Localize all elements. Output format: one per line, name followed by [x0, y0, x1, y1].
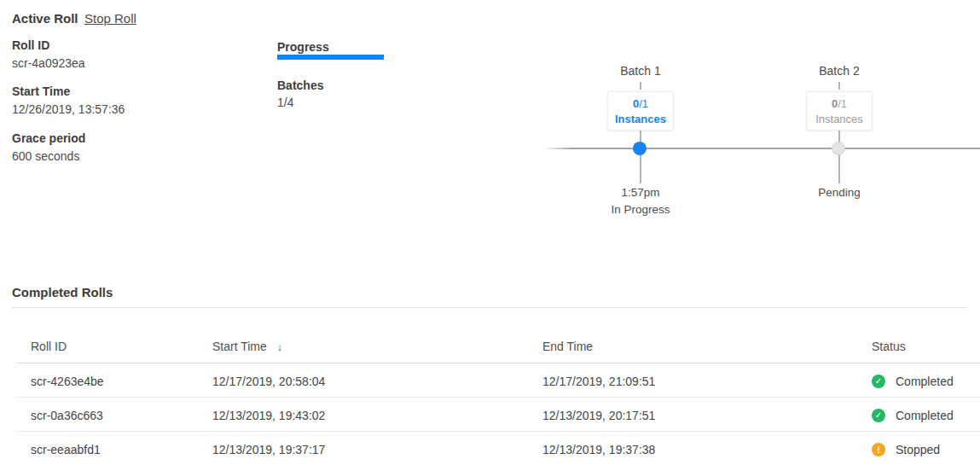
status-label: Completed [896, 375, 954, 387]
batch-2-instances-card[interactable]: 0/1 Instances [806, 91, 873, 131]
status-label: Stopped [896, 444, 940, 456]
rolls-page: Active Roll Stop Roll Roll ID scr-4a0923… [0, 0, 980, 465]
active-roll-title: Active Roll [12, 11, 78, 26]
column-header-roll-id: Roll ID [31, 340, 67, 352]
batch-1-instances-card[interactable]: 0/1 Instances [607, 91, 674, 131]
field-grace-period: Grace period 600 seconds [12, 132, 85, 162]
column-header-start-time[interactable]: Start Time↓ [212, 340, 282, 353]
exclamation-circle-icon: ! [872, 443, 885, 456]
row-divider [17, 397, 980, 398]
roll-id-cell: scr-4263e4be [31, 375, 104, 387]
end-time-cell: 12/13/2019, 19:37:38 [542, 444, 655, 456]
check-circle-icon: ✓ [872, 409, 885, 422]
roll-id-cell: scr-0a36c663 [31, 410, 103, 421]
batch-1-name: Batch 1 [572, 64, 709, 78]
batch-2-name: Batch 2 [771, 64, 908, 78]
status-cell: ! Stopped [872, 443, 940, 456]
status-cell: ✓ Completed [872, 375, 954, 388]
timeline-stop-batch-2: Batch 2 0/1 Instances Pending [771, 64, 908, 222]
progress-label: Progress [277, 40, 329, 54]
end-time-cell: 12/13/2019, 20:17:51 [542, 410, 655, 421]
batch-2-time: Pending [771, 186, 908, 199]
batch-1-stem [640, 131, 641, 183]
batch-1-instances-label: Instances [615, 113, 666, 125]
batch-2-tick [838, 82, 840, 90]
start-time-cell: 12/17/2019, 20:58:04 [212, 375, 325, 387]
batch-2-instances-label: Instances [815, 113, 863, 125]
start-time-value: 12/26/2019, 13:57:36 [12, 103, 125, 115]
completed-rolls-title: Completed Rolls [12, 285, 113, 299]
check-circle-icon: ✓ [872, 375, 885, 388]
field-start-time: Start Time 12/26/2019, 13:57:36 [12, 85, 125, 115]
batch-1-time: 1:57pm [572, 186, 709, 199]
roll-id-cell: scr-eeaabfd1 [31, 444, 101, 456]
progress-bar [277, 55, 384, 60]
end-time-cell: 12/17/2019, 21:09:51 [542, 375, 655, 387]
roll-id-label: Roll ID [12, 39, 85, 51]
table-row[interactable]: scr-eeaabfd1 12/13/2019, 19:37:17 12/13/… [0, 444, 980, 456]
batch-1-progress-dot [633, 142, 647, 155]
field-roll-id: Roll ID scr-4a0923ea [12, 39, 85, 69]
grace-period-label: Grace period [12, 132, 85, 144]
batches-value: 1/4 [277, 96, 293, 109]
roll-id-value: scr-4a0923ea [12, 57, 85, 69]
batch-2-instance-count: 0/1 [832, 97, 847, 110]
stop-roll-link[interactable]: Stop Roll [84, 11, 136, 26]
status-cell: ✓ Completed [872, 409, 954, 422]
batch-2-stem [838, 131, 840, 183]
batches-label: Batches [277, 78, 323, 92]
column-header-end-time: End Time [542, 340, 593, 352]
batch-1-instance-count: 0/1 [633, 97, 648, 110]
sort-desc-icon[interactable]: ↓ [277, 340, 283, 353]
timeline-stop-batch-1: Batch 1 0/1 Instances 1:57pm In Progress [572, 64, 709, 222]
batch-1-tick [640, 82, 641, 90]
start-time-cell: 12/13/2019, 19:43:02 [212, 410, 325, 421]
status-label: Completed [896, 410, 954, 421]
start-time-cell: 12/13/2019, 19:37:17 [212, 444, 325, 456]
table-row[interactable]: scr-0a36c663 12/13/2019, 19:43:02 12/13/… [0, 410, 980, 421]
table-row[interactable]: scr-4263e4be 12/17/2019, 20:58:04 12/17/… [0, 375, 980, 387]
row-divider [17, 431, 980, 432]
start-time-label: Start Time [12, 85, 125, 97]
batch-1-status: In Progress [572, 203, 709, 216]
batch-2-pending-dot [832, 142, 845, 155]
column-header-status: Status [872, 340, 906, 352]
grace-period-value: 600 seconds [12, 150, 85, 162]
section-divider [12, 307, 968, 308]
table-header-row: Roll ID Start Time↓ End Time Status [0, 340, 980, 352]
header-divider [17, 363, 980, 363]
